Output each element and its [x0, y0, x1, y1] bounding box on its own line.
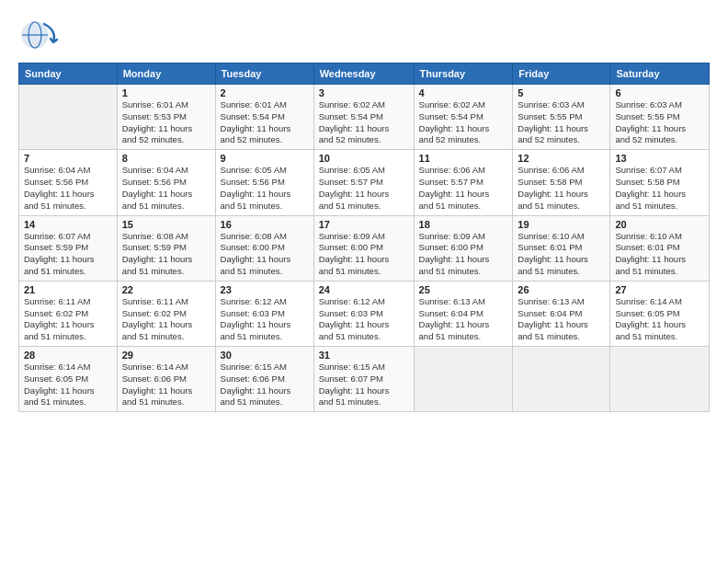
calendar-cell: 15Sunrise: 6:08 AM Sunset: 5:59 PM Dayli… [117, 215, 215, 281]
day-number: 28 [24, 350, 112, 361]
calendar-cell: 24Sunrise: 6:12 AM Sunset: 6:03 PM Dayli… [313, 281, 414, 346]
day-info: Sunrise: 6:09 AM Sunset: 6:00 PM Dayligh… [319, 231, 409, 278]
day-info: Sunrise: 6:10 AM Sunset: 6:01 PM Dayligh… [518, 231, 605, 278]
day-number: 16 [221, 219, 309, 230]
day-info: Sunrise: 6:12 AM Sunset: 6:03 PM Dayligh… [319, 296, 409, 343]
calendar-cell: 3Sunrise: 6:02 AM Sunset: 5:54 PM Daylig… [313, 85, 414, 150]
calendar-week-row-4: 21Sunrise: 6:11 AM Sunset: 6:02 PM Dayli… [19, 281, 710, 346]
day-info: Sunrise: 6:09 AM Sunset: 6:00 PM Dayligh… [419, 231, 508, 278]
day-info: Sunrise: 6:08 AM Sunset: 5:59 PM Dayligh… [122, 231, 210, 278]
day-number: 1 [122, 87, 210, 98]
calendar-header-row: SundayMondayTuesdayWednesdayThursdayFrid… [19, 63, 710, 85]
calendar-cell [414, 347, 513, 412]
day-info: Sunrise: 6:05 AM Sunset: 5:57 PM Dayligh… [319, 165, 409, 212]
calendar-cell: 29Sunrise: 6:14 AM Sunset: 6:06 PM Dayli… [117, 347, 215, 412]
calendar-header-wednesday: Wednesday [313, 63, 414, 85]
day-number: 13 [615, 153, 704, 164]
day-info: Sunrise: 6:07 AM Sunset: 5:59 PM Dayligh… [24, 231, 112, 278]
day-number: 20 [615, 219, 704, 230]
calendar-week-row-5: 28Sunrise: 6:14 AM Sunset: 6:05 PM Dayli… [19, 347, 710, 412]
day-number: 17 [319, 219, 409, 230]
day-number: 8 [122, 153, 210, 164]
day-info: Sunrise: 6:04 AM Sunset: 5:56 PM Dayligh… [122, 165, 210, 212]
day-info: Sunrise: 6:10 AM Sunset: 6:01 PM Dayligh… [615, 231, 704, 278]
page: SundayMondayTuesdayWednesdayThursdayFrid… [0, 0, 728, 563]
day-info: Sunrise: 6:13 AM Sunset: 6:04 PM Dayligh… [419, 296, 508, 343]
day-info: Sunrise: 6:01 AM Sunset: 5:53 PM Dayligh… [122, 99, 210, 146]
day-number: 11 [419, 153, 508, 164]
calendar-cell: 4Sunrise: 6:02 AM Sunset: 5:54 PM Daylig… [414, 85, 513, 150]
calendar-cell: 19Sunrise: 6:10 AM Sunset: 6:01 PM Dayli… [513, 215, 610, 281]
calendar-cell: 27Sunrise: 6:14 AM Sunset: 6:05 PM Dayli… [610, 281, 710, 346]
day-number: 31 [319, 350, 409, 361]
header [18, 17, 710, 53]
day-info: Sunrise: 6:11 AM Sunset: 6:02 PM Dayligh… [122, 296, 210, 343]
logo-icon [18, 17, 63, 53]
day-number: 25 [419, 284, 508, 295]
calendar-cell: 28Sunrise: 6:14 AM Sunset: 6:05 PM Dayli… [19, 347, 118, 412]
calendar-week-row-2: 7Sunrise: 6:04 AM Sunset: 5:56 PM Daylig… [19, 150, 710, 215]
day-info: Sunrise: 6:14 AM Sunset: 6:05 PM Dayligh… [24, 362, 112, 408]
calendar-cell: 30Sunrise: 6:15 AM Sunset: 6:06 PM Dayli… [215, 347, 313, 412]
calendar-cell: 22Sunrise: 6:11 AM Sunset: 6:02 PM Dayli… [117, 281, 215, 346]
day-number: 3 [319, 87, 409, 98]
day-number: 26 [518, 284, 605, 295]
day-number: 18 [419, 219, 508, 230]
calendar-cell: 2Sunrise: 6:01 AM Sunset: 5:54 PM Daylig… [215, 85, 313, 150]
calendar-week-row-3: 14Sunrise: 6:07 AM Sunset: 5:59 PM Dayli… [19, 215, 710, 281]
day-info: Sunrise: 6:14 AM Sunset: 6:05 PM Dayligh… [615, 296, 704, 343]
day-info: Sunrise: 6:07 AM Sunset: 5:58 PM Dayligh… [615, 165, 704, 212]
day-info: Sunrise: 6:15 AM Sunset: 6:07 PM Dayligh… [319, 362, 409, 408]
calendar-cell: 6Sunrise: 6:03 AM Sunset: 5:55 PM Daylig… [610, 85, 710, 150]
calendar-cell: 23Sunrise: 6:12 AM Sunset: 6:03 PM Dayli… [215, 281, 313, 346]
day-number: 29 [122, 350, 210, 361]
day-number: 5 [518, 87, 605, 98]
logo [18, 17, 66, 53]
calendar-cell: 20Sunrise: 6:10 AM Sunset: 6:01 PM Dayli… [610, 215, 710, 281]
calendar-cell: 11Sunrise: 6:06 AM Sunset: 5:57 PM Dayli… [414, 150, 513, 215]
day-info: Sunrise: 6:02 AM Sunset: 5:54 PM Dayligh… [419, 99, 508, 146]
day-number: 22 [122, 284, 210, 295]
calendar-cell [610, 347, 710, 412]
day-info: Sunrise: 6:05 AM Sunset: 5:56 PM Dayligh… [221, 165, 309, 212]
day-number: 23 [221, 284, 309, 295]
calendar-cell: 25Sunrise: 6:13 AM Sunset: 6:04 PM Dayli… [414, 281, 513, 346]
day-number: 4 [419, 87, 508, 98]
day-number: 19 [518, 219, 605, 230]
calendar-cell: 5Sunrise: 6:03 AM Sunset: 5:55 PM Daylig… [513, 85, 610, 150]
day-info: Sunrise: 6:04 AM Sunset: 5:56 PM Dayligh… [24, 165, 112, 212]
calendar-cell: 12Sunrise: 6:06 AM Sunset: 5:58 PM Dayli… [513, 150, 610, 215]
day-info: Sunrise: 6:06 AM Sunset: 5:57 PM Dayligh… [419, 165, 508, 212]
day-info: Sunrise: 6:08 AM Sunset: 6:00 PM Dayligh… [221, 231, 309, 278]
day-number: 15 [122, 219, 210, 230]
calendar-cell: 9Sunrise: 6:05 AM Sunset: 5:56 PM Daylig… [215, 150, 313, 215]
calendar-cell: 21Sunrise: 6:11 AM Sunset: 6:02 PM Dayli… [19, 281, 118, 346]
day-info: Sunrise: 6:06 AM Sunset: 5:58 PM Dayligh… [518, 165, 605, 212]
calendar-header-sunday: Sunday [19, 63, 118, 85]
calendar-cell: 1Sunrise: 6:01 AM Sunset: 5:53 PM Daylig… [117, 85, 215, 150]
calendar-cell: 10Sunrise: 6:05 AM Sunset: 5:57 PM Dayli… [313, 150, 414, 215]
day-number: 30 [221, 350, 309, 361]
calendar-cell: 17Sunrise: 6:09 AM Sunset: 6:00 PM Dayli… [313, 215, 414, 281]
day-number: 10 [319, 153, 409, 164]
calendar-cell: 26Sunrise: 6:13 AM Sunset: 6:04 PM Dayli… [513, 281, 610, 346]
day-info: Sunrise: 6:02 AM Sunset: 5:54 PM Dayligh… [319, 99, 409, 146]
calendar-header-monday: Monday [117, 63, 215, 85]
calendar-header-friday: Friday [513, 63, 610, 85]
day-number: 14 [24, 219, 112, 230]
calendar-header-saturday: Saturday [610, 63, 710, 85]
day-number: 2 [221, 87, 309, 98]
calendar-cell: 13Sunrise: 6:07 AM Sunset: 5:58 PM Dayli… [610, 150, 710, 215]
day-info: Sunrise: 6:03 AM Sunset: 5:55 PM Dayligh… [615, 99, 704, 146]
day-number: 21 [24, 284, 112, 295]
calendar-header-tuesday: Tuesday [215, 63, 313, 85]
day-number: 9 [221, 153, 309, 164]
calendar-cell: 14Sunrise: 6:07 AM Sunset: 5:59 PM Dayli… [19, 215, 118, 281]
day-number: 24 [319, 284, 409, 295]
day-info: Sunrise: 6:03 AM Sunset: 5:55 PM Dayligh… [518, 99, 605, 146]
calendar-table: SundayMondayTuesdayWednesdayThursdayFrid… [18, 63, 710, 412]
calendar-cell [513, 347, 610, 412]
day-info: Sunrise: 6:12 AM Sunset: 6:03 PM Dayligh… [221, 296, 309, 343]
day-info: Sunrise: 6:15 AM Sunset: 6:06 PM Dayligh… [221, 362, 309, 408]
day-number: 7 [24, 153, 112, 164]
